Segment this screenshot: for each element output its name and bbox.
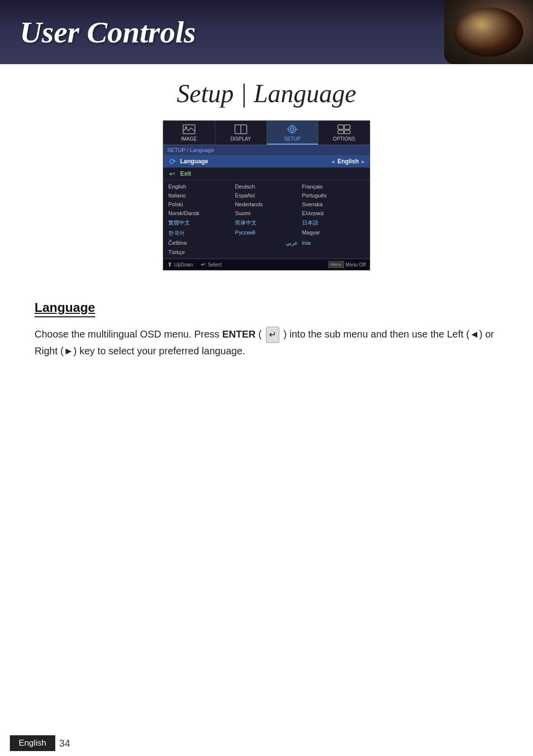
tab-image-label: IMAGE	[181, 136, 197, 142]
tab-setup[interactable]: SETUP	[267, 121, 319, 145]
lang-norsk[interactable]: Norsk/Dansk	[166, 209, 233, 218]
svg-rect-10	[338, 125, 343, 129]
lang-inia[interactable]: Inia	[300, 238, 367, 248]
enter-symbol: ↵	[266, 327, 279, 343]
updown-control: ⬆ UpDown	[167, 261, 193, 268]
menu-row-exit[interactable]: ↩ Exit	[163, 168, 370, 180]
tab-options-label: OPTIONS	[333, 136, 355, 142]
lang-magyar[interactable]: Magyar	[300, 228, 367, 238]
content-area: Language Choose the multilingual OSD men…	[0, 290, 533, 369]
osd-menu: IMAGE DISPLAY	[163, 120, 370, 270]
footer-language-badge: English	[10, 735, 55, 751]
exit-icon: ↩	[167, 170, 177, 178]
language-icon: ⟳	[167, 157, 177, 165]
tab-options[interactable]: OPTIONS	[318, 121, 370, 145]
select-label: Select	[208, 262, 222, 267]
language-grid: English Deutsch Français Italiano Españo…	[163, 180, 370, 259]
svg-rect-12	[338, 130, 343, 134]
lang-japanese[interactable]: 日本語	[300, 218, 367, 228]
arrow-left-icon: ◄	[331, 159, 336, 164]
enter-keyword: ENTER	[222, 329, 256, 340]
lang-nederlands[interactable]: Nederlands	[233, 200, 300, 209]
language-row-label: Language	[180, 158, 331, 165]
display-tab-icon	[234, 124, 248, 135]
menu-badge: Menu	[328, 261, 344, 268]
setup-tab-icon	[285, 124, 299, 135]
footer: English 34	[0, 730, 533, 756]
lang-svenska[interactable]: Svenska	[300, 200, 367, 209]
exit-row-label: Exit	[180, 170, 366, 177]
arrow-right-icon: ►	[361, 159, 366, 164]
options-tab-icon	[337, 124, 351, 135]
lang-suomi[interactable]: Suomi	[233, 209, 300, 218]
menu-row-language[interactable]: ⟳ Language ◄ English ►	[163, 155, 370, 168]
lang-arabic[interactable]: عربي	[233, 238, 300, 248]
svg-rect-11	[344, 125, 350, 129]
lang-italiano[interactable]: Italiano	[166, 191, 233, 200]
svg-point-1	[185, 126, 187, 128]
select-control: ↵ Select	[201, 261, 222, 268]
section-title: Language	[35, 300, 95, 317]
enter-icon: ↵	[201, 261, 206, 268]
lang-deutsch[interactable]: Deutsch	[233, 182, 300, 191]
svg-point-4	[289, 126, 296, 133]
lang-polski[interactable]: Polski	[166, 200, 233, 209]
footer-lang-tab: English 34	[10, 735, 70, 751]
lang-traditional-chinese[interactable]: 繁體中文	[166, 218, 233, 228]
page-title: User Controls	[20, 15, 196, 50]
svg-rect-13	[344, 130, 350, 134]
lang-czech[interactable]: Čeština	[166, 238, 233, 248]
osd-wrapper: IMAGE DISPLAY	[0, 120, 533, 270]
menu-off-control: Menu Menu Off	[328, 261, 366, 268]
lang-greek[interactable]: Ελληνικά	[300, 209, 367, 218]
osd-breadcrumb: SETUP / Language	[163, 145, 370, 155]
updown-label: UpDown	[174, 262, 193, 267]
language-value: English	[338, 158, 359, 165]
osd-statusbar: ⬆ UpDown ↵ Select Menu Menu Off	[163, 259, 370, 270]
lang-russian[interactable]: Русский	[233, 228, 300, 238]
lang-simplified-chinese[interactable]: 简体中文	[233, 218, 300, 228]
lens-ring	[454, 7, 523, 57]
page-subtitle: Setup | Language	[0, 79, 533, 108]
lang-korean[interactable]: 한국어	[166, 228, 233, 238]
lang-francais[interactable]: Français	[300, 182, 367, 191]
lang-portugues[interactable]: Português	[300, 191, 367, 200]
osd-tab-bar: IMAGE DISPLAY	[163, 121, 370, 145]
tab-display-label: DISPLAY	[230, 136, 251, 142]
lang-turkish[interactable]: Türkçe	[166, 248, 233, 257]
svg-point-5	[291, 128, 294, 131]
updown-icon: ⬆	[167, 261, 172, 268]
menuoff-label: Menu Off	[345, 262, 366, 267]
image-tab-icon	[182, 124, 196, 135]
section-body: Choose the multilingual OSD menu. Press …	[35, 326, 498, 359]
lens-decoration	[444, 0, 533, 64]
lang-english[interactable]: English	[166, 182, 233, 191]
footer-page-number: 34	[59, 738, 70, 749]
header: User Controls	[0, 0, 533, 64]
tab-setup-label: SETUP	[284, 136, 301, 142]
lang-espanol[interactable]: Español	[233, 191, 300, 200]
tab-image[interactable]: IMAGE	[163, 121, 215, 145]
tab-display[interactable]: DISPLAY	[215, 121, 267, 145]
